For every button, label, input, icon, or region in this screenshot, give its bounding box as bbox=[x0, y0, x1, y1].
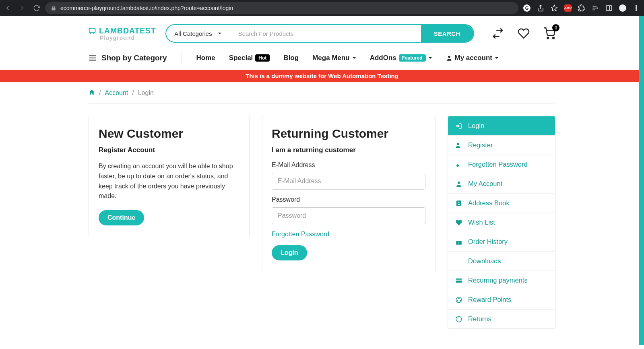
abp-ext-icon[interactable]: ABP bbox=[564, 4, 572, 12]
svg-rect-5 bbox=[606, 6, 612, 10]
sidemenu-login[interactable]: Login bbox=[448, 116, 555, 136]
user-plus-icon bbox=[455, 142, 462, 149]
svg-point-8 bbox=[636, 5, 637, 6]
back-icon[interactable] bbox=[4, 4, 11, 12]
share-icon[interactable] bbox=[537, 4, 544, 12]
sidemenu-order-history[interactable]: Order History bbox=[448, 232, 555, 252]
notice-banner: This is a dummy website for Web Automati… bbox=[0, 70, 644, 82]
breadcrumb-account[interactable]: Account bbox=[105, 89, 128, 97]
sidemenu-address-book[interactable]: Address Book bbox=[448, 194, 555, 213]
chevron-down-icon bbox=[218, 31, 222, 35]
sidemenu-reward[interactable]: Reward Points bbox=[448, 290, 555, 310]
nav-separator bbox=[182, 52, 182, 64]
sidemenu-returns[interactable]: Returns bbox=[448, 310, 555, 328]
hamburger-icon bbox=[89, 55, 97, 61]
featured-badge: Featured bbox=[399, 54, 426, 62]
search-bar: All Categories SEARCH bbox=[165, 24, 474, 43]
svg-point-22 bbox=[458, 182, 460, 184]
svg-point-19 bbox=[448, 56, 450, 58]
returning-subtitle: I am a returning customer bbox=[272, 146, 425, 154]
shop-by-category[interactable]: Shop by Category bbox=[89, 54, 167, 62]
search-category-dropdown[interactable]: All Categories bbox=[166, 25, 230, 42]
svg-rect-11 bbox=[89, 29, 95, 33]
google-ext-icon[interactable]: G bbox=[523, 4, 530, 12]
compare-icon[interactable] bbox=[492, 27, 504, 39]
reload-icon[interactable] bbox=[33, 4, 40, 12]
caret-down-icon bbox=[352, 56, 356, 60]
svg-point-20 bbox=[457, 143, 459, 145]
sidemenu-forgotten[interactable]: Forgotten Password bbox=[448, 155, 555, 174]
panel-icon[interactable] bbox=[605, 4, 613, 12]
nav-blog[interactable]: Blog bbox=[283, 54, 299, 62]
logo-brand: LAMBDATEST bbox=[99, 27, 156, 35]
address-icon bbox=[455, 200, 462, 207]
sidemenu-recurring[interactable]: Recurring payments bbox=[448, 271, 555, 290]
email-label: E-Mail Address bbox=[272, 161, 425, 169]
profile-avatar-icon[interactable] bbox=[619, 4, 626, 12]
browser-chrome: ecommerce-playground.lambdatest.io/index… bbox=[0, 0, 644, 16]
svg-rect-27 bbox=[456, 279, 462, 280]
svg-point-14 bbox=[547, 37, 549, 39]
nav-addons[interactable]: AddOnsFeatured bbox=[370, 54, 432, 62]
password-label: Password bbox=[272, 196, 425, 203]
card-icon bbox=[455, 277, 462, 284]
kebab-menu-icon[interactable] bbox=[633, 4, 640, 12]
new-customer-card: New Customer Register Account By creatin… bbox=[89, 116, 250, 236]
download-icon bbox=[455, 258, 462, 265]
account-sidemenu: Login Register Forgotten Password My Acc… bbox=[448, 116, 555, 329]
trophy-icon bbox=[455, 296, 462, 304]
new-customer-title: New Customer bbox=[99, 127, 239, 140]
search-input[interactable] bbox=[230, 30, 421, 37]
forgotten-password-link[interactable]: Forgotten Password bbox=[272, 231, 329, 238]
email-input[interactable] bbox=[272, 173, 425, 190]
sidemenu-my-account[interactable]: My Account bbox=[448, 174, 555, 194]
svg-point-31 bbox=[460, 300, 461, 301]
svg-point-10 bbox=[636, 10, 637, 11]
caret-down-icon bbox=[428, 56, 432, 60]
returning-customer-card: Returning Customer I am a returning cust… bbox=[262, 116, 436, 271]
undo-icon bbox=[455, 316, 462, 323]
sidemenu-downloads[interactable]: Downloads bbox=[448, 252, 555, 271]
scrollbar[interactable] bbox=[639, 16, 644, 345]
key-icon bbox=[455, 161, 462, 168]
breadcrumb: / Account / Login bbox=[89, 87, 555, 104]
heart-icon bbox=[455, 219, 462, 226]
svg-point-13 bbox=[93, 33, 94, 34]
playlist-icon[interactable] bbox=[592, 4, 599, 12]
user-icon bbox=[455, 180, 462, 188]
continue-button[interactable]: Continue bbox=[99, 210, 144, 225]
svg-marker-1 bbox=[551, 5, 557, 11]
svg-point-7 bbox=[621, 6, 624, 8]
svg-point-29 bbox=[458, 297, 460, 299]
shop-by-label: Shop by Category bbox=[101, 54, 167, 62]
wishlist-icon[interactable] bbox=[518, 27, 530, 39]
nav-special[interactable]: SpecialHot bbox=[229, 54, 270, 62]
logo[interactable]: LAMBDATEST Playground bbox=[89, 26, 156, 41]
url-text: ecommerce-playground.lambdatest.io/index… bbox=[60, 5, 233, 11]
login-button[interactable]: Login bbox=[272, 245, 307, 260]
svg-point-30 bbox=[457, 300, 458, 301]
svg-point-24 bbox=[458, 202, 460, 203]
search-button[interactable]: SEARCH bbox=[421, 25, 473, 42]
user-icon bbox=[446, 55, 452, 61]
box-icon bbox=[455, 238, 462, 246]
returning-title: Returning Customer bbox=[272, 127, 425, 140]
cart-icon[interactable]: 0 bbox=[543, 27, 555, 39]
lock-icon bbox=[51, 5, 56, 11]
forward-icon[interactable] bbox=[19, 4, 26, 12]
address-bar[interactable]: ecommerce-playground.lambdatest.io/index… bbox=[45, 2, 518, 14]
login-icon bbox=[455, 122, 462, 130]
new-customer-subtitle: Register Account bbox=[99, 146, 239, 154]
svg-point-12 bbox=[90, 33, 91, 34]
extensions-icon[interactable] bbox=[578, 4, 585, 12]
search-category-label: All Categories bbox=[174, 30, 212, 37]
svg-point-15 bbox=[553, 37, 554, 39]
sidemenu-wish-list[interactable]: Wish List bbox=[448, 213, 555, 232]
breadcrumb-home[interactable] bbox=[89, 89, 95, 97]
nav-my-account[interactable]: My account bbox=[446, 54, 499, 62]
sidemenu-register[interactable]: Register bbox=[448, 136, 555, 155]
star-icon[interactable] bbox=[551, 4, 558, 12]
nav-mega-menu[interactable]: Mega Menu bbox=[312, 54, 356, 62]
nav-home[interactable]: Home bbox=[196, 54, 215, 62]
password-input[interactable] bbox=[272, 207, 425, 224]
